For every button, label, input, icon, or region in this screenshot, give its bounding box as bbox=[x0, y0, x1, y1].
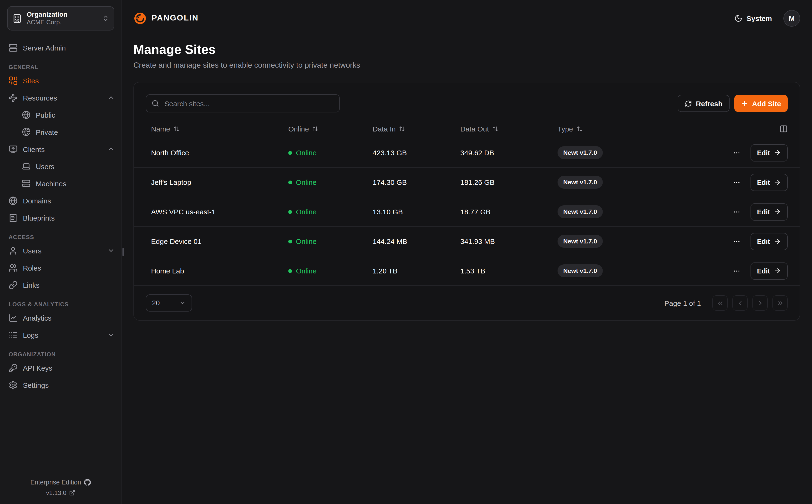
sidebar-item-private[interactable]: Private bbox=[22, 123, 115, 141]
arrow-right-icon bbox=[774, 267, 781, 274]
section-label-organization: ORGANIZATION bbox=[9, 351, 115, 358]
prev-page-button[interactable] bbox=[732, 295, 748, 311]
add-site-label: Add Site bbox=[752, 99, 781, 107]
brand-name: PANGOLIN bbox=[152, 13, 199, 23]
edit-button[interactable]: Edit bbox=[750, 233, 788, 250]
avatar[interactable]: M bbox=[783, 10, 800, 26]
chevrons-up-down-icon bbox=[102, 15, 109, 22]
topbar-right: System M bbox=[734, 10, 800, 26]
key-icon bbox=[9, 363, 18, 372]
sidebar-item-domains[interactable]: Domains bbox=[9, 192, 115, 209]
edit-label: Edit bbox=[757, 237, 770, 245]
data-out-value: 18.77 GB bbox=[460, 208, 558, 216]
column-header-name[interactable]: Name bbox=[146, 125, 288, 133]
sidebar-item-server-admin[interactable]: Server Admin bbox=[9, 39, 115, 56]
online-dot-icon bbox=[288, 151, 292, 155]
sidebar-item-label: Users bbox=[23, 247, 41, 255]
section-label-logs-analytics: LOGS & ANALYTICS bbox=[9, 301, 115, 308]
page-summary: Page 1 of 1 bbox=[665, 299, 701, 307]
sidebar-item-logs[interactable]: Logs bbox=[9, 326, 115, 343]
data-out-value: 181.26 GB bbox=[460, 178, 558, 186]
app-root: Organization ACME Corp. Server Admin GEN… bbox=[0, 0, 812, 504]
status-label: Online bbox=[296, 237, 317, 245]
edit-label: Edit bbox=[757, 267, 770, 275]
sidebar-item-settings[interactable]: Settings bbox=[9, 376, 115, 393]
sidebar-item-links[interactable]: Links bbox=[9, 276, 115, 293]
sidebar-item-label: Logs bbox=[23, 331, 38, 339]
sidebar-item-roles[interactable]: Roles bbox=[9, 259, 115, 276]
sidebar-item-label: Clients bbox=[23, 145, 45, 153]
sidebar-item-sites[interactable]: Sites bbox=[9, 72, 115, 89]
sidebar-item-public[interactable]: Public bbox=[22, 106, 115, 123]
row-menu-button[interactable] bbox=[731, 236, 742, 247]
sidebar-item-label: Domains bbox=[23, 197, 51, 205]
sort-icon bbox=[173, 126, 180, 132]
resources-subgroup: Public Private bbox=[14, 106, 115, 141]
theme-toggle[interactable]: System bbox=[734, 14, 772, 22]
sidebar: Organization ACME Corp. Server Admin GEN… bbox=[0, 0, 122, 504]
sidebar-item-label: Public bbox=[36, 111, 55, 119]
chevron-down-icon bbox=[179, 300, 186, 306]
edit-button[interactable]: Edit bbox=[750, 174, 788, 191]
column-label: Data In bbox=[373, 125, 396, 133]
section-label-general: GENERAL bbox=[9, 64, 115, 71]
receipt-text-icon bbox=[9, 213, 18, 222]
organization-switcher[interactable]: Organization ACME Corp. bbox=[7, 6, 114, 30]
sidebar-item-analytics[interactable]: Analytics bbox=[9, 309, 115, 326]
server-icon bbox=[22, 179, 30, 188]
data-out-value: 1.53 TB bbox=[460, 267, 558, 275]
waypoints-icon bbox=[9, 93, 18, 102]
column-label: Name bbox=[151, 125, 170, 133]
search-icon bbox=[152, 100, 159, 107]
status-badge: Online bbox=[288, 149, 373, 157]
column-header-data-out[interactable]: Data Out bbox=[460, 125, 558, 133]
add-site-button[interactable]: Add Site bbox=[734, 95, 788, 112]
server-icon bbox=[9, 43, 18, 52]
first-page-button[interactable] bbox=[712, 295, 728, 311]
column-header-type[interactable]: Type bbox=[558, 125, 780, 133]
sidebar-item-label: Blueprints bbox=[23, 214, 55, 222]
sort-icon bbox=[576, 126, 583, 132]
chevrons-right-icon bbox=[776, 299, 784, 307]
sidebar-item-api-keys[interactable]: API Keys bbox=[9, 359, 115, 376]
edit-button[interactable]: Edit bbox=[750, 203, 788, 220]
columns-toggle-button[interactable] bbox=[780, 125, 788, 133]
row-menu-button[interactable] bbox=[731, 176, 742, 188]
brand[interactable]: PANGOLIN bbox=[133, 11, 199, 25]
sidebar-item-label: Server Admin bbox=[23, 44, 66, 52]
version-label[interactable]: v1.13.0 bbox=[46, 489, 66, 496]
status-label: Online bbox=[296, 267, 317, 275]
row-actions: Edit bbox=[731, 233, 788, 250]
sidebar-item-label: Links bbox=[23, 281, 40, 289]
pagination-bar: 20 Page 1 of 1 bbox=[134, 286, 800, 320]
row-menu-button[interactable] bbox=[731, 265, 742, 277]
column-header-data-in[interactable]: Data In bbox=[373, 125, 460, 133]
sidebar-item-clients[interactable]: Clients bbox=[9, 141, 115, 158]
last-page-button[interactable] bbox=[772, 295, 788, 311]
row-menu-button[interactable] bbox=[731, 147, 742, 158]
sidebar-item-label: Analytics bbox=[23, 314, 51, 322]
online-dot-icon bbox=[288, 180, 292, 184]
chevron-left-icon bbox=[736, 299, 744, 307]
edit-button[interactable]: Edit bbox=[750, 262, 788, 279]
status-badge: Online bbox=[288, 237, 373, 245]
theme-toggle-label: System bbox=[746, 14, 772, 22]
data-in-value: 423.13 GB bbox=[373, 149, 460, 157]
row-menu-button[interactable] bbox=[731, 206, 742, 217]
page-size-select[interactable]: 20 bbox=[146, 294, 192, 312]
search-input[interactable] bbox=[163, 99, 334, 108]
refresh-button[interactable]: Refresh bbox=[678, 95, 730, 112]
column-header-online[interactable]: Online bbox=[288, 125, 373, 133]
edit-button[interactable]: Edit bbox=[750, 144, 788, 161]
user-icon bbox=[9, 246, 18, 255]
arrow-right-icon bbox=[774, 179, 781, 186]
search-box bbox=[146, 94, 340, 112]
sidebar-item-client-users[interactable]: Users bbox=[22, 158, 115, 175]
sidebar-item-resources[interactable]: Resources bbox=[9, 89, 115, 106]
sidebar-item-users[interactable]: Users bbox=[9, 242, 115, 259]
sidebar-item-machines[interactable]: Machines bbox=[22, 175, 115, 192]
site-name: AWS VPC us-east-1 bbox=[146, 208, 288, 216]
github-icon[interactable] bbox=[84, 479, 91, 486]
next-page-button[interactable] bbox=[752, 295, 768, 311]
sidebar-item-blueprints[interactable]: Blueprints bbox=[9, 209, 115, 226]
